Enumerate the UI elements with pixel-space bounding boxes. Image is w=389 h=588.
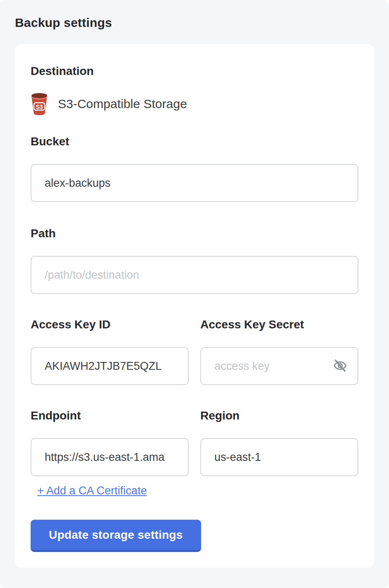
bucket-input[interactable]	[31, 164, 358, 202]
destination-label: Destination	[31, 64, 358, 79]
region-field	[200, 438, 358, 476]
backup-settings-page: Backup settings Destination S3 S3-Compat…	[0, 0, 389, 588]
endpoint-label: Endpoint	[31, 408, 189, 423]
page-title: Backup settings	[0, 0, 389, 30]
access-key-id-field	[31, 347, 189, 385]
endpoint-field	[31, 438, 189, 476]
path-label: Path	[31, 226, 358, 241]
region-label: Region	[200, 408, 358, 423]
destination-value-row: S3 S3-Compatible Storage	[31, 93, 358, 115]
path-input[interactable]	[31, 256, 358, 294]
endpoint-input[interactable]	[31, 438, 189, 476]
update-storage-settings-button[interactable]: Update storage settings	[31, 520, 201, 552]
add-ca-certificate-link[interactable]: + Add a CA Certificate	[37, 484, 147, 497]
bucket-label: Bucket	[31, 134, 358, 149]
eye-off-icon	[333, 358, 348, 374]
region-input[interactable]	[200, 438, 358, 476]
s3-bucket-icon: S3	[31, 93, 48, 115]
destination-value: S3-Compatible Storage	[58, 97, 187, 111]
svg-text:S3: S3	[36, 104, 43, 110]
backup-settings-card: Destination S3 S3-Compatible Storage Buc…	[15, 44, 374, 568]
access-key-id-input[interactable]	[31, 347, 189, 385]
toggle-secret-visibility-button[interactable]	[332, 358, 348, 374]
access-key-secret-field	[200, 347, 358, 385]
access-key-secret-label: Access Key Secret	[200, 317, 358, 332]
access-key-id-label: Access Key ID	[31, 317, 189, 332]
